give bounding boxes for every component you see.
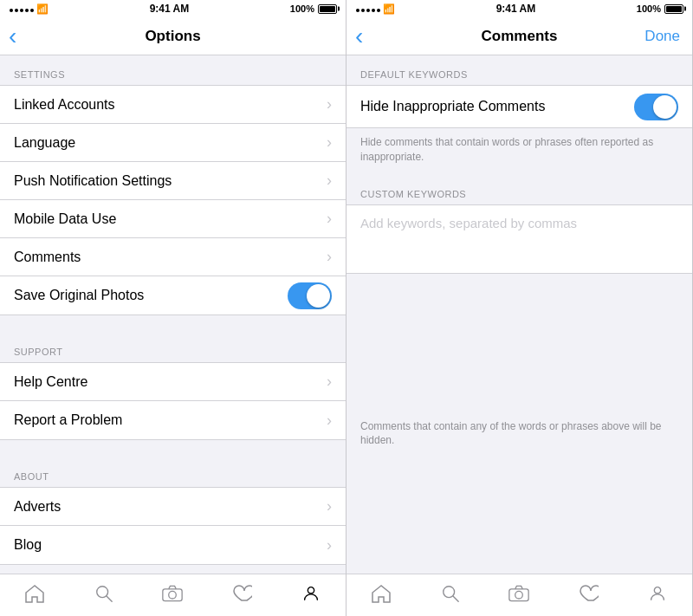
svg-point-3: [169, 591, 177, 599]
item-label-linked-accounts: Linked Accounts: [14, 97, 115, 113]
home-icon-left: [24, 584, 45, 606]
section-header-default-keywords: DEFAULT KEYWORDS: [346, 55, 692, 85]
status-bar-left: 📶 9:41 AM 100%: [0, 0, 346, 17]
camera-icon-right: [508, 585, 529, 606]
section-header-custom-keywords: CUSTOM KEYWORDS: [346, 175, 692, 204]
back-button-left[interactable]: ‹: [9, 24, 16, 49]
svg-line-1: [107, 596, 112, 601]
spacer-2: [0, 440, 346, 457]
item-comments[interactable]: Comments ›: [0, 238, 346, 276]
tab-heart-left[interactable]: [207, 574, 276, 616]
item-label-blog: Blog: [14, 537, 42, 553]
default-keywords-description: Hide comments that contain words or phra…: [346, 128, 692, 175]
item-language[interactable]: Language ›: [0, 124, 346, 162]
time-left: 9:41 AM: [150, 3, 190, 15]
chevron-report-problem: ›: [327, 412, 332, 430]
battery-icon-right: [664, 4, 683, 14]
battery-percent-right: 100%: [637, 3, 661, 14]
item-linked-accounts[interactable]: Linked Accounts ›: [0, 86, 346, 124]
item-push-notifications[interactable]: Push Notification Settings ›: [0, 162, 346, 200]
tab-camera-left[interactable]: [139, 574, 208, 616]
hide-inappropriate-toggle[interactable]: [634, 94, 678, 120]
tab-home-left[interactable]: [0, 574, 69, 616]
tab-home-right[interactable]: [346, 574, 416, 616]
keywords-spacer: [346, 274, 692, 412]
section-header-settings: SETTINGS: [0, 55, 346, 85]
chevron-linked-accounts: ›: [327, 95, 332, 113]
section-header-support: SUPPORT: [0, 333, 346, 362]
tab-profile-left[interactable]: [276, 574, 346, 616]
tab-heart-right[interactable]: [554, 574, 623, 616]
nav-bar-right: ‹ Comments Done: [346, 17, 692, 55]
battery-fill-right: [666, 6, 682, 12]
keywords-input-area[interactable]: Add keywords, separated by commas: [346, 204, 692, 274]
battery-percent-left: 100%: [290, 3, 314, 14]
chevron-push-notifications: ›: [327, 172, 332, 190]
right-status-right: 100%: [637, 3, 683, 14]
svg-point-4: [308, 587, 314, 593]
chevron-blog: ›: [327, 536, 332, 554]
back-button-right[interactable]: ‹: [355, 24, 363, 49]
options-scroll: SETTINGS Linked Accounts › Language › Pu…: [0, 55, 346, 574]
wifi-icon-left: 📶: [36, 3, 49, 15]
item-report-problem[interactable]: Report a Problem ›: [0, 401, 346, 439]
home-icon-right: [371, 584, 392, 606]
right-status-left: 100%: [290, 3, 337, 14]
left-panel: 📶 9:41 AM 100% ‹ Options SETTINGS Linked…: [0, 0, 346, 616]
item-label-save-photos: Save Original Photos: [14, 288, 144, 303]
item-label-adverts: Adverts: [14, 499, 61, 515]
item-label-language: Language: [14, 135, 75, 151]
profile-icon-right: [648, 584, 667, 606]
settings-group: Linked Accounts › Language › Push Notifi…: [0, 85, 346, 315]
tab-search-left[interactable]: [69, 574, 139, 616]
profile-icon-left: [301, 584, 321, 606]
chevron-help-centre: ›: [327, 373, 332, 391]
item-blog[interactable]: Blog ›: [0, 526, 346, 564]
svg-point-5: [443, 587, 454, 598]
hide-inappropriate-label: Hide Inappropriate Comments: [360, 99, 545, 114]
tab-bar-right: [346, 574, 692, 616]
camera-icon-left: [162, 585, 183, 606]
tab-bar-left: [0, 574, 346, 616]
section-header-about: ABOUT: [0, 457, 346, 487]
item-adverts[interactable]: Adverts ›: [0, 488, 346, 526]
item-help-centre[interactable]: Help Centre ›: [0, 363, 346, 401]
item-label-report-problem: Report a Problem: [14, 412, 122, 428]
nav-bar-left: ‹ Options: [0, 17, 346, 55]
dot-signal-right: [355, 3, 381, 14]
heart-icon-right: [578, 584, 599, 606]
chevron-adverts: ›: [327, 497, 332, 515]
signal-left: 📶: [9, 3, 49, 15]
svg-line-6: [453, 596, 458, 601]
item-label-comments: Comments: [14, 250, 81, 265]
comments-scroll: DEFAULT KEYWORDS Hide Inappropriate Comm…: [346, 55, 692, 574]
spacer-1: [0, 315, 346, 333]
chevron-mobile-data: ›: [327, 210, 332, 228]
svg-point-9: [654, 587, 660, 593]
save-photos-toggle[interactable]: [288, 282, 332, 309]
dot-signal-left: [9, 3, 35, 14]
spacer-3: [0, 565, 346, 574]
tab-camera-right[interactable]: [485, 574, 554, 616]
tab-profile-right[interactable]: [623, 574, 692, 616]
tab-search-right[interactable]: [416, 574, 485, 616]
keywords-placeholder: Add keywords, separated by commas: [360, 216, 577, 230]
time-right: 9:41 AM: [496, 3, 536, 15]
about-group: Adverts › Blog ›: [0, 487, 346, 565]
nav-title-left: Options: [145, 28, 200, 45]
battery-fill-left: [320, 6, 335, 12]
custom-keywords-footer: Comments that contain any of the words o…: [346, 412, 692, 459]
item-label-push-notifications: Push Notification Settings: [14, 173, 172, 189]
item-mobile-data[interactable]: Mobile Data Use ›: [0, 200, 346, 238]
done-button[interactable]: Done: [644, 28, 680, 45]
status-bar-right: 📶 9:41 AM 100%: [346, 0, 692, 17]
item-label-mobile-data: Mobile Data Use: [14, 211, 116, 227]
toggle-thumb-save-photos: [307, 284, 330, 308]
svg-point-0: [96, 587, 107, 598]
toggle-thumb-hide-inappropriate: [653, 95, 677, 119]
nav-title-right: Comments: [482, 28, 558, 45]
item-save-photos: Save Original Photos: [0, 276, 346, 314]
signal-right: 📶: [355, 3, 395, 15]
item-label-help-centre: Help Centre: [14, 374, 87, 390]
search-icon-right: [441, 584, 460, 606]
